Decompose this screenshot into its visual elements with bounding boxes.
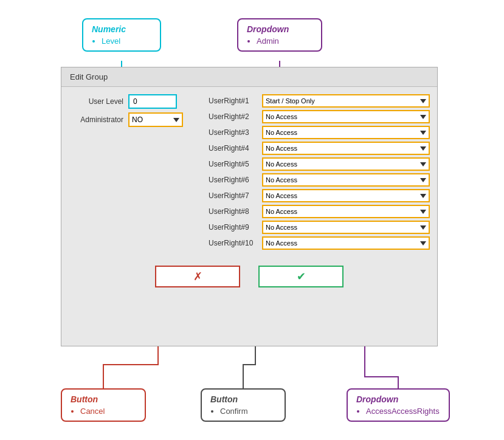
- right-value-3: No Access: [266, 129, 297, 136]
- right-select-8[interactable]: No Access: [262, 205, 430, 218]
- dropdown-top-item: Admin: [257, 36, 312, 46]
- right-arrow-7: [420, 194, 426, 198]
- right-select-3[interactable]: No Access: [262, 126, 430, 139]
- right-select-7[interactable]: No Access: [262, 189, 430, 202]
- right-row-6: UserRight#6 No Access: [209, 173, 430, 187]
- right-select-10[interactable]: No Access: [262, 236, 430, 250]
- right-select-4[interactable]: No Access: [262, 142, 430, 155]
- cancel-icon: ✗: [193, 270, 202, 283]
- button-confirm-item: Confirm: [220, 407, 276, 416]
- button-cancel-title: Button: [71, 394, 136, 404]
- right-row-1: UserRight#1 Start / Stop Only: [209, 94, 430, 108]
- user-level-row: User Level: [69, 94, 202, 109]
- right-select-6[interactable]: No Access: [262, 173, 430, 187]
- numeric-item-level: Level: [102, 36, 151, 46]
- right-arrow-3: [420, 131, 426, 135]
- admin-row: Administrator NO: [69, 112, 202, 127]
- button-confirm-title: Button: [210, 394, 276, 404]
- right-value-8: No Access: [266, 208, 297, 215]
- dropdown-access-annotation-box: Dropdown AccessAccessRights: [347, 388, 450, 422]
- buttons-row: ✗ ✔: [61, 266, 437, 287]
- dropdown-top-title: Dropdown: [247, 24, 312, 34]
- admin-dropdown-arrow: [173, 118, 179, 122]
- user-level-label: User Level: [69, 97, 123, 106]
- cancel-button[interactable]: ✗: [155, 266, 240, 287]
- admin-label: Administrator: [69, 115, 123, 124]
- right-row-3: UserRight#3 No Access: [209, 126, 430, 139]
- ui-frame: Edit Group User Level Administrator NO: [61, 67, 438, 346]
- right-value-5: No Access: [266, 160, 297, 168]
- right-label-3: UserRight#3: [209, 128, 257, 137]
- right-value-7: No Access: [266, 192, 297, 199]
- confirm-button[interactable]: ✔: [258, 266, 343, 287]
- right-value-10: No Access: [266, 239, 297, 247]
- main-container: Numeric Level Dropdown Admin Edit Group …: [0, 0, 504, 440]
- button-confirm-annotation-box: Button Confirm: [201, 388, 286, 422]
- button-cancel-item: Cancel: [80, 407, 136, 416]
- dropdown-top-annotation-box: Dropdown Admin: [237, 18, 322, 52]
- rights-table: UserRight#1 Start / Stop Only UserRight#…: [209, 94, 430, 250]
- right-arrow-6: [420, 178, 426, 182]
- dropdown-access-item: AccessAccessRights: [366, 407, 440, 416]
- edit-group-header: Edit Group: [61, 67, 437, 87]
- right-row-2: UserRight#2 No Access: [209, 110, 430, 123]
- right-row-10: UserRight#10 No Access: [209, 236, 430, 250]
- right-value-1: Start / Stop Only: [266, 97, 315, 105]
- right-value-4: No Access: [266, 145, 297, 152]
- right-value-2: No Access: [266, 113, 297, 120]
- right-arrow-5: [420, 162, 426, 167]
- admin-dropdown[interactable]: NO: [128, 112, 183, 127]
- right-label-7: UserRight#7: [209, 191, 257, 200]
- right-label-10: UserRight#10: [209, 239, 257, 247]
- right-select-9[interactable]: No Access: [262, 221, 430, 234]
- dropdown-access-title: Dropdown: [356, 394, 440, 404]
- right-select-2[interactable]: No Access: [262, 110, 430, 123]
- left-fields: User Level Administrator NO: [69, 94, 202, 250]
- right-arrow-2: [420, 115, 426, 119]
- right-arrow-10: [420, 241, 426, 246]
- confirm-icon: ✔: [297, 270, 306, 283]
- right-arrow-1: [420, 99, 426, 103]
- right-label-4: UserRight#4: [209, 144, 257, 153]
- numeric-annotation-box: Numeric Level: [82, 18, 161, 52]
- right-row-4: UserRight#4 No Access: [209, 142, 430, 155]
- button-cancel-annotation-box: Button Cancel: [61, 388, 146, 422]
- right-arrow-8: [420, 210, 426, 214]
- right-label-2: UserRight#2: [209, 112, 257, 121]
- right-row-8: UserRight#8 No Access: [209, 205, 430, 218]
- numeric-title: Numeric: [92, 24, 151, 34]
- right-value-6: No Access: [266, 176, 297, 184]
- form-content: User Level Administrator NO UserRight#1: [61, 87, 437, 257]
- right-arrow-4: [420, 146, 426, 151]
- right-label-5: UserRight#5: [209, 160, 257, 168]
- right-label-6: UserRight#6: [209, 176, 257, 184]
- right-label-9: UserRight#9: [209, 223, 257, 232]
- right-select-1[interactable]: Start / Stop Only: [262, 94, 430, 108]
- right-label-1: UserRight#1: [209, 97, 257, 105]
- right-row-7: UserRight#7 No Access: [209, 189, 430, 202]
- admin-value: NO: [132, 115, 143, 124]
- right-arrow-9: [420, 225, 426, 230]
- right-value-9: No Access: [266, 224, 297, 231]
- right-row-9: UserRight#9 No Access: [209, 221, 430, 234]
- right-select-5[interactable]: No Access: [262, 157, 430, 171]
- user-level-input[interactable]: [128, 94, 177, 109]
- right-label-8: UserRight#8: [209, 207, 257, 216]
- right-row-5: UserRight#5 No Access: [209, 157, 430, 171]
